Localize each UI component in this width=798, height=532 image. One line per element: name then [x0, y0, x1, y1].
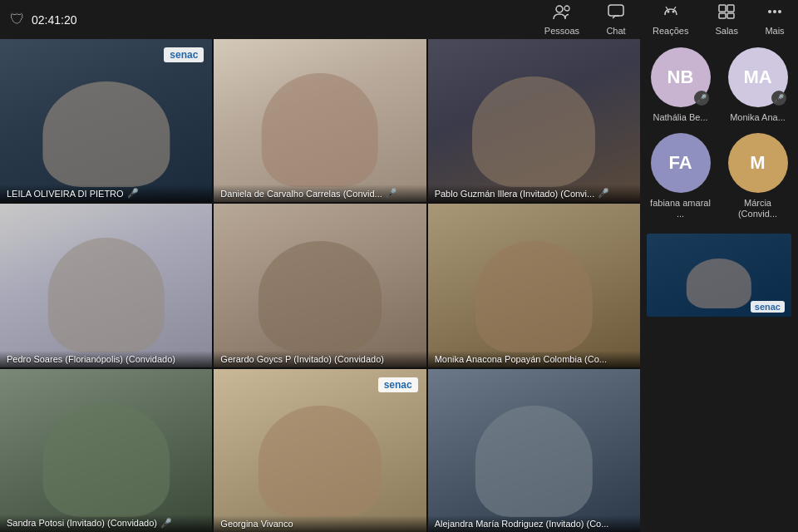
- name-label: LEILA OLIVEIRA DI PIETRO 🎤: [0, 185, 212, 202]
- face-silhouette: [259, 406, 382, 517]
- pessoas-icon: [553, 3, 571, 24]
- svg-rect-8: [727, 13, 734, 18]
- video-cell-gerardo[interactable]: Gerardo Goycs P (Invitado) (Convidado): [214, 204, 426, 367]
- participant-name: Monika Anacona Popayán Colombia (Co...: [435, 354, 607, 364]
- svg-point-3: [667, 11, 669, 13]
- topbar: 🛡 02:41:20 Pessoas Chat: [0, 0, 798, 39]
- video-cell-pedro[interactable]: Pedro Soares (Florianópolis) (Convidado): [0, 204, 212, 367]
- pessoas-label: Pessoas: [544, 26, 579, 36]
- senac-logo: senac: [164, 47, 204, 62]
- mute-icon: 🎤: [598, 188, 609, 199]
- topbar-left: 🛡 02:41:20: [0, 11, 77, 28]
- svg-point-9: [768, 10, 771, 13]
- name-label: Pedro Soares (Florianópolis) (Convidado): [0, 351, 212, 367]
- thumbnail-cell[interactable]: senac: [647, 234, 791, 317]
- svg-rect-2: [608, 5, 623, 16]
- avatar-initials-ma: MA: [743, 66, 771, 88]
- avatar-card-fa[interactable]: FA fabiana amaral ...: [647, 133, 714, 219]
- avatar-circle-nb: NB 🎤: [651, 47, 711, 107]
- mute-icon: 🎤: [386, 188, 397, 199]
- timer: 02:41:20: [32, 13, 77, 27]
- name-label: Georgina Vivanco: [214, 515, 426, 532]
- avatar-name-m: Márcia (Convid...: [725, 198, 791, 219]
- video-cell-leila[interactable]: senac LEILA OLIVEIRA DI PIETRO 🎤: [0, 39, 212, 202]
- participant-name: Daniela de Carvalho Carrelas (Convid...: [220, 189, 382, 199]
- svg-rect-6: [727, 5, 734, 12]
- avatar-card-ma[interactable]: MA 🎤 Monika Ana...: [724, 47, 791, 123]
- reacoes-label: Reações: [653, 26, 688, 36]
- salas-label: Salas: [715, 26, 738, 36]
- avatar-initials-nb: NB: [667, 66, 694, 88]
- svg-point-4: [672, 11, 674, 13]
- avatar-circle-ma: MA 🎤: [728, 47, 788, 107]
- video-cell-alejandra[interactable]: Alejandra María Rodriguez (Invitado) (Co…: [428, 369, 640, 532]
- video-grid: senac LEILA OLIVEIRA DI PIETRO 🎤 Daniela…: [0, 39, 640, 532]
- svg-point-10: [773, 10, 776, 13]
- avatar-initials-m: M: [750, 152, 765, 174]
- avatar-name-ma: Monika Ana...: [730, 112, 786, 123]
- participant-name: Gerardo Goycs P (Invitado) (Convidado): [220, 354, 384, 364]
- svg-point-11: [778, 10, 781, 13]
- svg-point-0: [556, 6, 563, 12]
- video-cell-pablo[interactable]: Pablo Guzmán Illera (Invitado) (Convi...…: [428, 39, 640, 202]
- chat-button[interactable]: Chat: [593, 0, 639, 39]
- face-silhouette: [42, 81, 170, 188]
- face-silhouette: [47, 238, 164, 352]
- avatar-initials-fa: FA: [668, 152, 692, 174]
- participant-name: Alejandra María Rodriguez (Invitado) (Co…: [435, 519, 609, 529]
- mais-button[interactable]: Mais: [751, 0, 798, 39]
- avatar-circle-fa: FA: [651, 133, 711, 193]
- mais-icon: [766, 3, 784, 24]
- salas-icon: [717, 3, 736, 24]
- pessoas-button[interactable]: Pessoas: [531, 0, 593, 39]
- mais-label: Mais: [765, 26, 784, 36]
- sidebar: NB 🎤 Nathália Be... MA 🎤 Monika Ana... F…: [640, 39, 798, 532]
- svg-rect-7: [719, 13, 726, 18]
- video-cell-sandra[interactable]: Sandra Potosi (Invitado) (Convidado) 🎤: [0, 369, 212, 532]
- avatar-card-m[interactable]: M Márcia (Convid...: [724, 133, 791, 219]
- face-silhouette-thumb: [687, 259, 751, 308]
- main-area: senac LEILA OLIVEIRA DI PIETRO 🎤 Daniela…: [0, 39, 798, 532]
- avatar-name-nb: Nathália Be...: [653, 112, 707, 123]
- video-cell-daniela[interactable]: Daniela de Carvalho Carrelas (Convid... …: [214, 39, 426, 202]
- face-silhouette: [42, 403, 170, 517]
- face-silhouette: [262, 73, 378, 187]
- participant-name: Pedro Soares (Florianópolis) (Convidado): [7, 354, 175, 364]
- chat-label: Chat: [606, 26, 625, 36]
- face-silhouette: [259, 241, 382, 352]
- senac-logo: senac: [378, 377, 418, 392]
- avatar-mute-nb: 🎤: [694, 91, 709, 106]
- reacoes-button[interactable]: Reações: [639, 0, 702, 39]
- salas-button[interactable]: Salas: [702, 0, 751, 39]
- name-label: Monika Anacona Popayán Colombia (Co...: [428, 351, 640, 367]
- participant-name: Pablo Guzmán Illera (Invitado) (Convi...: [435, 189, 595, 199]
- name-label: Sandra Potosi (Invitado) (Convidado) 🎤: [0, 515, 212, 532]
- face-silhouette: [472, 76, 595, 188]
- svg-point-1: [564, 6, 569, 11]
- reacoes-icon: [662, 3, 680, 24]
- senac-logo-thumb: senac: [751, 301, 785, 313]
- avatar-mute-ma: 🎤: [771, 91, 786, 106]
- svg-rect-5: [719, 5, 726, 12]
- mute-icon: 🎤: [127, 188, 139, 199]
- avatar-card-nb[interactable]: NB 🎤 Nathália Be...: [647, 47, 714, 123]
- mute-icon: 🎤: [160, 518, 172, 529]
- topbar-right: Pessoas Chat Reações: [531, 0, 798, 39]
- name-label: Daniela de Carvalho Carrelas (Convid... …: [214, 185, 426, 202]
- avatar-name-fa: fabiana amaral ...: [648, 198, 714, 219]
- chat-icon: [607, 3, 625, 24]
- participant-name: Sandra Potosi (Invitado) (Convidado): [7, 518, 157, 528]
- video-cell-georgina[interactable]: senac Georgina Vivanco: [214, 369, 426, 532]
- participant-name: Georgina Vivanco: [220, 519, 293, 529]
- name-label: Gerardo Goycs P (Invitado) (Convidado): [214, 351, 426, 367]
- avatar-circle-m: M: [728, 133, 788, 193]
- face-silhouette: [475, 406, 592, 517]
- video-cell-monika[interactable]: Monika Anacona Popayán Colombia (Co...: [428, 204, 640, 367]
- shield-icon: 🛡: [10, 11, 25, 28]
- name-label: Pablo Guzmán Illera (Invitado) (Convi...…: [428, 185, 640, 202]
- face-silhouette: [475, 241, 592, 352]
- participant-name: LEILA OLIVEIRA DI PIETRO: [7, 189, 124, 199]
- name-label: Alejandra María Rodriguez (Invitado) (Co…: [428, 515, 640, 532]
